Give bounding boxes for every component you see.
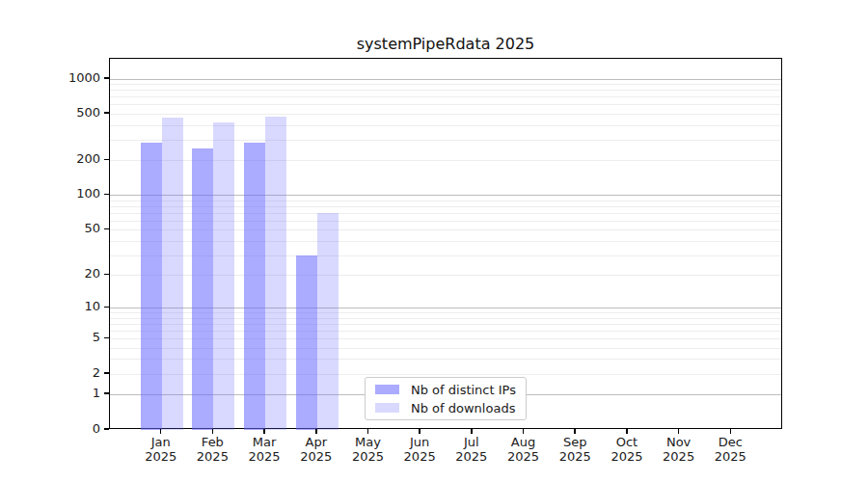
y-tick-label: 50 xyxy=(37,221,100,236)
gridline-minor xyxy=(110,104,781,105)
bar-downloads-apr xyxy=(317,213,339,431)
x-tick-mark xyxy=(626,429,628,434)
x-tick-mark xyxy=(574,429,576,434)
x-tick-mark xyxy=(730,429,732,434)
legend-item-downloads: Nb of downloads xyxy=(375,401,516,415)
y-tick-label: 1 xyxy=(37,386,100,401)
x-tick-label-dec: Dec2025 xyxy=(699,435,761,464)
x-tick-mark xyxy=(678,429,680,434)
legend-swatch-distinct-ips-icon xyxy=(375,385,399,394)
gridline-major xyxy=(110,79,781,80)
x-tick-mark xyxy=(315,429,317,434)
y-tick-mark xyxy=(104,159,109,161)
bar-distinct-ips-jan xyxy=(141,143,162,430)
y-tick-label: 1000 xyxy=(37,70,100,86)
gridline-minor xyxy=(110,96,781,97)
plot-area xyxy=(109,58,782,429)
y-tick-mark xyxy=(104,372,109,374)
y-tick-label: 2 xyxy=(37,365,100,381)
y-tick-label: 10 xyxy=(37,299,100,314)
y-tick-label: 5 xyxy=(37,330,100,345)
legend: Nb of distinct IPs Nb of downloads xyxy=(365,377,527,420)
x-tick-year: 2025 xyxy=(699,449,761,464)
y-tick-mark xyxy=(104,194,109,196)
x-tick-mark xyxy=(212,429,214,434)
y-tick-label: 100 xyxy=(37,186,100,201)
y-tick-label: 20 xyxy=(37,266,100,281)
legend-item-distinct-ips: Nb of distinct IPs xyxy=(375,383,516,397)
y-tick-mark xyxy=(104,337,109,339)
x-tick-mark xyxy=(419,429,420,434)
gridline-minor xyxy=(110,114,781,115)
bar-distinct-ips-apr xyxy=(296,255,317,431)
gridline-minor xyxy=(110,84,781,85)
legend-swatch-downloads-icon xyxy=(375,403,399,413)
y-tick-mark xyxy=(104,274,109,276)
y-tick-mark xyxy=(104,307,109,308)
legend-label-downloads: Nb of downloads xyxy=(411,401,515,415)
x-tick-mark xyxy=(523,429,525,434)
bar-downloads-feb xyxy=(213,122,234,430)
bar-distinct-ips-feb xyxy=(192,148,213,430)
x-tick-mark xyxy=(367,429,369,434)
gridline-minor xyxy=(110,90,781,91)
figure: systemPipeRdata 2025 1000500200100502010… xyxy=(0,0,868,482)
bar-downloads-mar xyxy=(265,117,286,431)
y-tick-label: 500 xyxy=(37,105,100,120)
gridline-minor xyxy=(110,125,781,126)
bar-downloads-jan xyxy=(162,118,183,430)
y-tick-mark xyxy=(104,77,109,79)
y-tick-mark xyxy=(104,392,109,394)
y-tick-mark xyxy=(104,228,109,230)
bar-distinct-ips-mar xyxy=(244,143,265,430)
x-tick-month: Dec xyxy=(699,435,761,449)
chart-title: systemPipeRdata 2025 xyxy=(109,35,782,53)
y-tick-mark xyxy=(104,112,109,114)
x-tick-mark xyxy=(263,429,265,434)
x-tick-mark xyxy=(160,429,162,434)
y-tick-label: 0 xyxy=(37,421,100,437)
y-tick-mark xyxy=(104,428,109,430)
legend-label-distinct-ips: Nb of distinct IPs xyxy=(411,383,516,397)
x-tick-mark xyxy=(471,429,473,434)
y-tick-label: 200 xyxy=(37,151,100,167)
gridline-minor xyxy=(110,140,781,141)
